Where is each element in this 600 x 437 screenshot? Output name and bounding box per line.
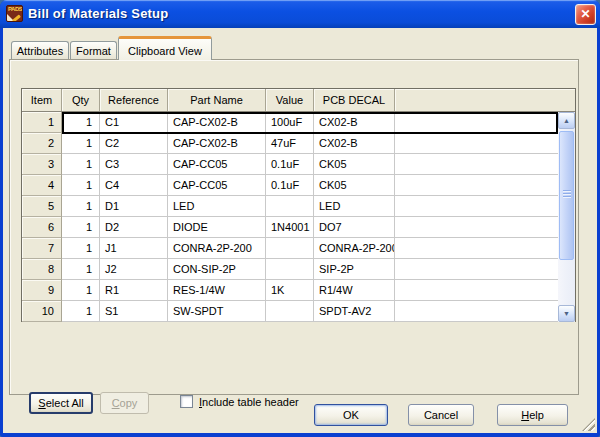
select-all-button[interactable]: Select All xyxy=(29,392,93,414)
table-cell[interactable]: 1 xyxy=(62,259,100,280)
vertical-scrollbar[interactable]: ▲ ▼ xyxy=(558,112,575,322)
copy-button[interactable]: Copy xyxy=(100,392,149,414)
table-cell-filler[interactable] xyxy=(395,301,558,322)
close-button[interactable]: ✕ xyxy=(575,4,596,25)
table-cell[interactable]: J2 xyxy=(100,259,168,280)
table-cell[interactable]: CAP-CX02-B xyxy=(168,133,266,154)
table-cell[interactable]: 0.1uF xyxy=(266,154,314,175)
column-header-partname[interactable]: Part Name xyxy=(168,89,266,111)
table-row[interactable]: 21C2CAP-CX02-B47uFCX02-B xyxy=(22,133,558,154)
table-row[interactable]: 31C3CAP-CC050.1uFCK05 xyxy=(22,154,558,175)
table-cell[interactable]: SIP-2P xyxy=(314,259,395,280)
table-cell: 10 xyxy=(22,301,62,322)
table-cell[interactable]: D2 xyxy=(100,217,168,238)
table-cell-filler[interactable] xyxy=(395,259,558,280)
table-cell[interactable]: CX02-B xyxy=(314,133,395,154)
include-header-text: nclude table header xyxy=(202,396,299,408)
table-cell-filler[interactable] xyxy=(395,280,558,301)
scroll-up-button[interactable]: ▲ xyxy=(558,112,575,129)
table-cell[interactable]: 1 xyxy=(62,112,100,133)
column-header-qty[interactable]: Qty xyxy=(62,89,100,111)
table-cell[interactable]: C4 xyxy=(100,175,168,196)
table-cell[interactable]: CAP-CX02-B xyxy=(168,112,266,133)
table-row[interactable]: 51D1LEDLED xyxy=(22,196,558,217)
scrollbar-thumb[interactable] xyxy=(559,131,574,260)
table-cell[interactable]: 1N4001 xyxy=(266,217,314,238)
table-cell[interactable]: SPDT-AV2 xyxy=(314,301,395,322)
table-cell[interactable] xyxy=(266,259,314,280)
select-all-mnemonic: S xyxy=(38,397,45,409)
table-cell[interactable]: 1 xyxy=(62,301,100,322)
table-cell-filler[interactable] xyxy=(395,217,558,238)
table-cell[interactable]: R1 xyxy=(100,280,168,301)
table-cell[interactable]: 1 xyxy=(62,217,100,238)
column-header-pcbdecal[interactable]: PCB DECAL xyxy=(314,89,395,111)
table-row[interactable]: 61D2DIODE1N4001DO7 xyxy=(22,217,558,238)
table-cell[interactable]: CAP-CC05 xyxy=(168,175,266,196)
table-cell-filler[interactable] xyxy=(395,133,558,154)
table-cell-filler[interactable] xyxy=(395,112,558,133)
table-cell[interactable]: 1 xyxy=(62,238,100,259)
table-cell[interactable]: 100uF xyxy=(266,112,314,133)
table-row[interactable]: 101S1SW-SPDTSPDT-AV2 xyxy=(22,301,558,322)
scroll-down-button[interactable]: ▼ xyxy=(558,305,575,322)
table-cell[interactable]: 1 xyxy=(62,175,100,196)
table-row[interactable]: 41C4CAP-CC050.1uFCK05 xyxy=(22,175,558,196)
table-cell-filler[interactable] xyxy=(395,154,558,175)
tab-clipboard-view[interactable]: Clipboard View xyxy=(118,36,212,60)
titlebar[interactable]: PADS Bill of Materials Setup ✕ xyxy=(0,0,600,28)
include-header-checkbox[interactable] xyxy=(180,395,193,408)
include-header-label[interactable]: Include table header xyxy=(199,396,299,408)
table-cell[interactable]: 1 xyxy=(62,196,100,217)
table-cell-filler[interactable] xyxy=(395,175,558,196)
table-cell[interactable]: 1 xyxy=(62,154,100,175)
help-mnemonic: H xyxy=(521,409,529,421)
table-cell[interactable]: DO7 xyxy=(314,217,395,238)
table-row[interactable]: 81J2CON-SIP-2PSIP-2P xyxy=(22,259,558,280)
column-header-item[interactable]: Item xyxy=(22,89,62,111)
table-cell[interactable]: CK05 xyxy=(314,175,395,196)
table-cell[interactable]: RES-1/4W xyxy=(168,280,266,301)
tab-format[interactable]: Format xyxy=(70,41,117,60)
table-cell[interactable]: 0.1uF xyxy=(266,175,314,196)
table-cell[interactable]: LED xyxy=(314,196,395,217)
table-cell[interactable]: D1 xyxy=(100,196,168,217)
table-cell[interactable]: CONRA-2P-200 xyxy=(314,238,395,259)
table-cell-filler[interactable] xyxy=(395,238,558,259)
table-cell[interactable]: CONRA-2P-200 xyxy=(168,238,266,259)
table-cell[interactable]: C3 xyxy=(100,154,168,175)
table-cell[interactable]: C2 xyxy=(100,133,168,154)
help-button[interactable]: Help xyxy=(497,404,568,426)
table-cell[interactable]: S1 xyxy=(100,301,168,322)
table-row[interactable]: 91R1RES-1/4W1KR1/4W xyxy=(22,280,558,301)
table-cell[interactable]: C1 xyxy=(100,112,168,133)
table-cell[interactable] xyxy=(266,301,314,322)
table-cell[interactable]: CAP-CC05 xyxy=(168,154,266,175)
table-cell[interactable]: J1 xyxy=(100,238,168,259)
tab-attributes[interactable]: Attributes xyxy=(11,41,69,60)
column-header-reference[interactable]: Reference xyxy=(100,89,168,111)
table-row[interactable]: 11C1CAP-CX02-B100uFCX02-B xyxy=(22,112,558,133)
table-cell-filler[interactable] xyxy=(395,196,558,217)
help-label: elp xyxy=(529,409,544,421)
column-header-filler xyxy=(395,89,575,111)
table-row[interactable]: 71J1CONRA-2P-200CONRA-2P-200 xyxy=(22,238,558,259)
table-cell[interactable]: LED xyxy=(168,196,266,217)
table-cell[interactable]: 1 xyxy=(62,280,100,301)
table-cell[interactable]: CK05 xyxy=(314,154,395,175)
cancel-button[interactable]: Cancel xyxy=(408,404,474,426)
table-cell[interactable]: CON-SIP-2P xyxy=(168,259,266,280)
resize-grip-icon[interactable] xyxy=(582,418,595,431)
table-cell[interactable]: 1 xyxy=(62,133,100,154)
table-cell[interactable]: 1K xyxy=(266,280,314,301)
table-cell[interactable] xyxy=(266,196,314,217)
table-cell[interactable] xyxy=(266,238,314,259)
table-cell[interactable]: R1/4W xyxy=(314,280,395,301)
table-cell[interactable]: CX02-B xyxy=(314,112,395,133)
close-icon: ✕ xyxy=(580,7,590,21)
column-header-value[interactable]: Value xyxy=(266,89,314,111)
ok-button[interactable]: OK xyxy=(314,404,388,426)
table-cell[interactable]: 47uF xyxy=(266,133,314,154)
table-cell[interactable]: DIODE xyxy=(168,217,266,238)
table-cell[interactable]: SW-SPDT xyxy=(168,301,266,322)
